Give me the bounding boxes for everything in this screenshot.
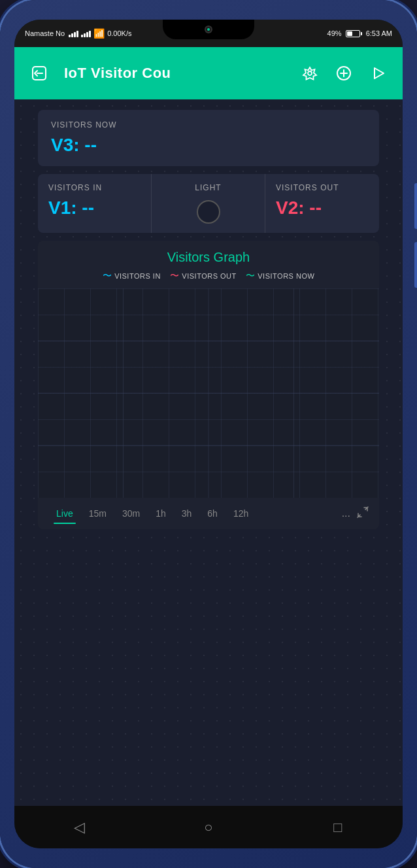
volume-up-button[interactable] [414,183,417,229]
tab-15m[interactable]: 15m [81,504,114,523]
visitors-out-value: V2: -- [276,198,369,218]
back-button[interactable] [25,59,54,88]
light-indicator [197,200,220,224]
main-content: VISITORS NOW V3: -- VISITORS IN V1: -- L… [14,99,403,806]
legend-visitors-in-label: VISITORS IN [114,272,161,280]
status-app-name: Namaste No [25,29,65,37]
signal-bars-2 [81,29,91,37]
legend-visitors-out-label: VISITORS OUT [182,272,236,280]
settings-button[interactable] [295,59,324,88]
tab-30m[interactable]: 30m [114,504,148,523]
bar4 [76,31,78,37]
front-camera [205,26,212,33]
bar1 [81,35,83,37]
expand-button[interactable] [357,506,369,521]
legend-green-icon: 〜 [246,270,256,282]
svg-marker-1 [303,67,316,80]
bar3 [74,32,76,37]
time: 6:53 AM [366,29,392,37]
time-tabs: Live 15m 30m 1h 3h 6h 12h ... [38,498,379,529]
legend-visitors-now: 〜 VISITORS NOW [246,270,315,282]
legend-cyan-icon: 〜 [103,270,112,282]
wifi-icon: 📶 [93,28,105,39]
svg-point-2 [308,71,312,75]
more-options-button[interactable]: ... [342,508,350,519]
battery-tip [361,32,362,35]
bar3 [86,32,88,37]
graph-area [38,288,379,498]
network-speed: 0.00K/s [107,29,131,37]
app-title: IoT Visitor Cou [64,65,285,82]
graph-title: Visitors Graph [38,241,379,270]
tab-actions: ... [342,506,369,521]
bar2 [84,33,86,37]
stats-row: VISITORS IN V1: -- LIGHT VISITORS OUT V2… [38,174,379,233]
bar4 [89,31,91,37]
bar2 [71,33,73,37]
visitors-in-label: VISITORS IN [48,183,141,192]
tab-3h[interactable]: 3h [174,504,200,523]
legend-visitors-out: 〜 VISITORS OUT [170,270,237,282]
phone-device: Namaste No 📶 0.00K/s [0,0,417,868]
graph-card: Visitors Graph 〜 VISITORS IN 〜 VISITORS … [38,241,379,529]
legend-visitors-in: 〜 VISITORS IN [103,270,161,282]
legend-visitors-now-label: VISITORS NOW [258,272,314,280]
nav-bar: ◁ ○ □ [14,806,403,848]
add-button[interactable] [329,59,358,88]
battery-percent: 49% [327,29,342,37]
visitors-now-label: VISITORS NOW [51,120,366,130]
battery-fill [347,31,353,36]
header-actions [295,59,392,88]
signal-bars-1 [69,29,78,37]
light-cell: LIGHT [152,174,265,233]
battery-icon [346,30,362,37]
nav-recent-button[interactable]: □ [318,814,358,841]
phone-screen: Namaste No 📶 0.00K/s [14,20,403,848]
battery-body [346,30,360,37]
tab-1h[interactable]: 1h [148,504,174,523]
tab-live[interactable]: Live [48,504,81,523]
legend-red-icon: 〜 [170,270,180,282]
status-left: Namaste No 📶 0.00K/s [25,28,131,39]
graph-legend: 〜 VISITORS IN 〜 VISITORS OUT 〜 VISITORS … [38,270,379,288]
notch [163,20,254,39]
graph-svg [38,288,379,498]
visitors-in-value: V1: -- [48,198,141,218]
app-header: IoT Visitor Cou [14,47,403,99]
light-label: LIGHT [195,183,221,192]
bar1 [69,35,71,37]
visitors-now-card: VISITORS NOW V3: -- [38,110,379,166]
visitors-out-cell: VISITORS OUT V2: -- [265,174,379,233]
play-button[interactable] [363,59,392,88]
status-right: 49% 6:53 AM [327,29,392,37]
tab-12h[interactable]: 12h [225,504,256,523]
visitors-out-label: VISITORS OUT [276,183,369,192]
visitors-in-cell: VISITORS IN V1: -- [38,174,152,233]
nav-home-button[interactable]: ○ [189,814,228,841]
volume-down-button[interactable] [414,242,417,288]
nav-back-button[interactable]: ◁ [59,814,99,841]
tab-6h[interactable]: 6h [199,504,225,523]
visitors-now-value: V3: -- [51,135,366,156]
status-icons: 📶 0.00K/s [69,28,131,39]
